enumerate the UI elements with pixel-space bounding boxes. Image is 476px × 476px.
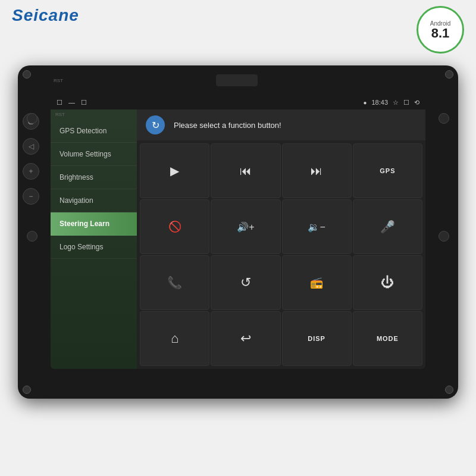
next-button[interactable]: ⏭ bbox=[282, 143, 352, 198]
prev-button[interactable]: ⏮ bbox=[211, 143, 280, 198]
corner-screw-br bbox=[445, 386, 453, 394]
main-content-area: ↻ Please select a function button! ▶ ⏮ ⏭… bbox=[137, 109, 425, 369]
corner-screw-bl bbox=[23, 386, 31, 394]
gps-button[interactable]: GPS bbox=[353, 143, 422, 198]
left-menu: RST GPS Detection Volume Settings Bright… bbox=[51, 109, 137, 369]
right-screw-top bbox=[439, 113, 449, 124]
mode-button[interactable]: MODE bbox=[353, 311, 422, 366]
bottom-trim bbox=[51, 382, 425, 394]
corner-screw-tr bbox=[445, 70, 453, 79]
status-time: 18:43 bbox=[371, 99, 388, 106]
back-circle-button[interactable]: ↺ bbox=[211, 255, 280, 310]
back-status-icon: ☐ bbox=[81, 99, 87, 107]
menu-item-gps-detection[interactable]: GPS Detection bbox=[51, 120, 137, 143]
back2-status-icon: ⟲ bbox=[414, 99, 419, 107]
menu-item-steering-learn[interactable]: Steering Learn bbox=[51, 212, 137, 236]
home-status-icon: ☐ bbox=[57, 99, 62, 107]
vol-up-button[interactable]: 🔊+ bbox=[211, 199, 280, 254]
back-button[interactable]: ↩ bbox=[211, 311, 280, 366]
page-header: Seicane Android 8.1 bbox=[0, 6, 476, 54]
mic-label: RST bbox=[54, 78, 63, 83]
menu-item-volume-settings[interactable]: Volume Settings bbox=[51, 143, 137, 166]
car-unit: RST ⏻ ◁ + − ☐ — ☐ ● 18:43 ☆ bbox=[18, 65, 458, 399]
right-screw-bottom bbox=[439, 231, 449, 242]
disp-button[interactable]: DISP bbox=[282, 311, 352, 366]
nav-icon: ☆ bbox=[393, 99, 399, 107]
top-trim: RST bbox=[54, 71, 422, 89]
power-button[interactable]: ⏻ bbox=[353, 255, 422, 310]
rst-label: RST bbox=[51, 109, 137, 120]
play-button[interactable]: ▶ bbox=[140, 143, 209, 198]
recent-status-icon: — bbox=[68, 99, 75, 107]
screen-content: RST GPS Detection Volume Settings Bright… bbox=[51, 109, 425, 369]
mic-button[interactable]: 🎤 bbox=[353, 199, 422, 254]
left-screw-top bbox=[27, 113, 37, 124]
left-screw-holes bbox=[27, 113, 37, 242]
mute-button[interactable]: 🚫 bbox=[140, 199, 209, 254]
corner-screw-tl bbox=[23, 70, 31, 79]
refresh-icon: ↻ bbox=[152, 120, 159, 131]
wifi-icon: ● bbox=[363, 99, 367, 106]
android-version: 8.1 bbox=[431, 27, 450, 40]
refresh-button[interactable]: ↻ bbox=[146, 115, 165, 134]
main-screen: ☐ — ☐ ● 18:43 ☆ ☐ ⟲ RST GPS Detection Vo… bbox=[51, 95, 425, 369]
function-button-grid: ▶ ⏮ ⏭ GPS 🚫 🔊+ 🔉− 🎤 📞 ↺ 📻 ⏻ ⌂ ↩ bbox=[137, 140, 425, 369]
menu-status-icon: ☐ bbox=[403, 99, 409, 107]
top-notch bbox=[216, 74, 258, 86]
status-bar: ☐ — ☐ ● 18:43 ☆ ☐ ⟲ bbox=[51, 95, 425, 109]
header-message: Please select a function button! bbox=[174, 121, 281, 130]
status-left-icons: ☐ — ☐ bbox=[57, 99, 87, 107]
menu-item-navigation[interactable]: Navigation bbox=[51, 189, 137, 212]
phone-button[interactable]: 📞 bbox=[140, 255, 209, 310]
android-badge: Android 8.1 bbox=[416, 6, 464, 54]
status-right-area: ● 18:43 ☆ ☐ ⟲ bbox=[363, 99, 419, 107]
content-header: ↻ Please select a function button! bbox=[137, 109, 425, 140]
radio-button[interactable]: 📻 bbox=[282, 255, 352, 310]
menu-item-brightness[interactable]: Brightness bbox=[51, 166, 137, 189]
vol-down-button[interactable]: 🔉− bbox=[282, 199, 352, 254]
right-screw-holes bbox=[439, 113, 449, 242]
brand-logo: Seicane bbox=[12, 6, 79, 25]
left-screw-bottom bbox=[27, 231, 37, 242]
menu-item-logo-settings[interactable]: Logo Settings bbox=[51, 236, 137, 259]
home-button[interactable]: ⌂ bbox=[140, 311, 209, 366]
